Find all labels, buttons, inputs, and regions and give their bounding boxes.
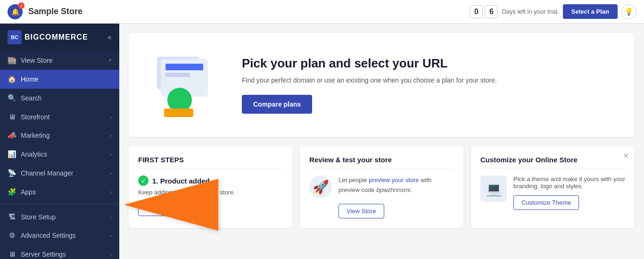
- trial-text: Days left in your trial.: [502, 8, 559, 15]
- collapse-sidebar-button[interactable]: «: [107, 33, 112, 42]
- store-setup-icon: 🏗: [8, 213, 16, 221]
- review-test-card: Review & test your store 🚀 Let people pr…: [300, 146, 463, 228]
- review-test-body: Let people preview your store with previ…: [339, 175, 454, 218]
- compare-plans-button[interactable]: Compare plans: [242, 95, 312, 114]
- sidebar-nav: 🏬 View Store ↗ 🏠 Home 🔍 Search: [0, 51, 119, 259]
- review-test-content: 🚀 Let people preview your store with pre…: [309, 175, 454, 218]
- trial-day2: 6: [485, 5, 498, 18]
- chevron-right-icon: ›: [110, 170, 112, 176]
- customize-card-title: Customize your Online Store: [480, 156, 625, 169]
- sidebar-item-home-left: 🏠 Home: [8, 75, 38, 84]
- sidebar-item-search-left: 🔍 Search: [8, 94, 41, 102]
- sidebar-item-view-store-left: 🏬 View Store: [8, 56, 52, 65]
- brand-logo-text: BIGCOMMERCE: [25, 33, 88, 42]
- preview-code: bpwzhnnsmi: [376, 186, 410, 193]
- store-name: Sample Store: [28, 7, 464, 17]
- sidebar-item-search[interactable]: 🔍 Search: [0, 89, 119, 108]
- notification-bell[interactable]: 🔔: [8, 4, 23, 19]
- chevron-right-icon: ›: [110, 233, 112, 238]
- trial-days: 0 6: [470, 5, 498, 18]
- customize-body: Pick a theme and make it yours with your…: [513, 175, 625, 210]
- customize-content: 💻 Pick a theme and make it yours with yo…: [480, 175, 625, 210]
- plan-illustration: [148, 47, 223, 123]
- chevron-right-icon: ›: [110, 214, 112, 220]
- plan-text: Pick your plan and select your URL Find …: [242, 56, 616, 114]
- sidebar-item-marketing[interactable]: 📣 Marketing ›: [0, 126, 119, 145]
- select-plan-button[interactable]: Select a Plan: [563, 4, 618, 19]
- sidebar-item-view-store[interactable]: 🏬 View Store ↗: [0, 51, 119, 70]
- close-card-button[interactable]: ✕: [623, 152, 629, 159]
- server-settings-icon: 🖥: [8, 250, 16, 258]
- home-icon: 🏠: [8, 75, 16, 84]
- content-area: Pick your plan and select your URL Find …: [119, 24, 644, 259]
- trial-day1: 0: [470, 5, 483, 18]
- chevron-right-icon: ›: [110, 251, 112, 257]
- sidebar-item-home[interactable]: 🏠 Home: [0, 70, 119, 89]
- chevron-right-icon: ›: [110, 189, 112, 195]
- storefront-icon: 🖥: [8, 113, 16, 121]
- plan-banner-description: Find your perfect domain or use an exist…: [242, 75, 616, 85]
- sidebar-item-storefront[interactable]: 🖥 Storefront ›: [0, 108, 119, 126]
- preview-store-link[interactable]: preview your store: [369, 176, 419, 184]
- brand-logo: BC BIGCOMMERCE: [8, 30, 88, 44]
- preview-text: Let people preview your store with previ…: [339, 175, 454, 195]
- first-steps-card-title: FIRST STEPS: [138, 156, 283, 169]
- arrow-overlay: [124, 179, 218, 231]
- customize-card: ✕ Customize your Online Store 💻 Pick a t…: [471, 146, 635, 228]
- sidebar: BC BIGCOMMERCE « 🏬 View Store ↗ 🏠 Home: [0, 24, 119, 259]
- customize-desc: Pick a theme and make it yours with your…: [513, 175, 625, 190]
- sidebar-item-channel-manager[interactable]: 📡 Channel Manager ›: [0, 164, 119, 183]
- sidebar-item-server-settings[interactable]: 🖥 Server Settings ›: [0, 245, 119, 259]
- rocket-icon-wrap: 🚀: [309, 175, 332, 198]
- chevron-right-icon: ›: [110, 133, 112, 138]
- advanced-settings-icon: ⚙: [8, 231, 16, 240]
- sidebar-item-analytics[interactable]: 📊 Analytics ›: [0, 145, 119, 164]
- main-layout: BC BIGCOMMERCE « 🏬 View Store ↗ 🏠 Home: [0, 24, 644, 259]
- marketing-icon: 📣: [8, 131, 16, 140]
- chevron-right-icon: ›: [110, 151, 112, 157]
- search-icon: 🔍: [8, 94, 16, 102]
- brand-logo-icon: BC: [8, 30, 22, 44]
- plan-banner-title: Pick your plan and select your URL: [242, 56, 616, 71]
- customize-theme-button[interactable]: Customize Theme: [513, 195, 579, 210]
- tips-icon[interactable]: 💡: [621, 4, 636, 19]
- external-link-icon: ↗: [107, 58, 112, 64]
- plan-banner: Pick your plan and select your URL Find …: [129, 33, 635, 137]
- sidebar-item-apps[interactable]: 🧩 Apps ›: [0, 183, 119, 201]
- sidebar-item-advanced-settings[interactable]: ⚙ Advanced Settings ›: [0, 226, 119, 245]
- top-header: 🔔 Sample Store 0 6 Days left in your tri…: [0, 0, 644, 24]
- analytics-icon: 📊: [8, 150, 16, 159]
- chevron-right-icon: ›: [110, 114, 112, 120]
- apps-icon: 🧩: [8, 188, 16, 196]
- sidebar-item-store-setup[interactable]: 🏗 Store Setup ›: [0, 208, 119, 226]
- review-test-card-title: Review & test your store: [309, 156, 454, 169]
- store-icon: 🏬: [8, 56, 16, 65]
- trial-section: 0 6 Days left in your trial. Select a Pl…: [470, 4, 636, 19]
- sidebar-brand: BC BIGCOMMERCE «: [0, 24, 119, 51]
- channel-manager-icon: 📡: [8, 169, 16, 177]
- view-store-button[interactable]: View Store: [339, 204, 384, 218]
- laptop-icon-wrap: 💻: [480, 175, 507, 202]
- orange-arrow: [124, 179, 218, 231]
